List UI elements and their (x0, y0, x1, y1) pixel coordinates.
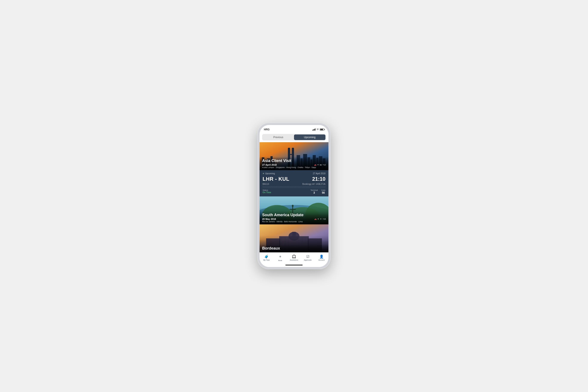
terminal-gate-col: Terminal 3 Gate 56 (310, 189, 325, 194)
flight-booking-ref: Bookingg ref: 143EJ7JA (302, 183, 325, 185)
signal-icon (312, 128, 316, 130)
plane2-icon-sa: ✈ (320, 218, 322, 220)
terminal-value: 3 (310, 191, 318, 194)
nav-account[interactable]: 👤 Account (315, 254, 328, 262)
trips-list: Asia Client Visit 27 April 2018 🚗 ✈ 🛏 +1… (260, 142, 328, 253)
bottom-nav: 🧳 My Trips + Book 🎧 Assistance ☑ Approva… (260, 253, 328, 263)
gate-item: Gate 56 (321, 189, 325, 194)
flight-route: LHR - KUL (263, 176, 289, 182)
previous-tab-label: Previous (273, 136, 283, 139)
home-bar (285, 265, 303, 266)
flight-detail-card[interactable]: ✈ Upcoming 27 April 2018 LHR - KUL 21:10… (260, 170, 328, 196)
phone-screen: HRG (260, 125, 328, 267)
nav-book[interactable]: + Book (273, 254, 287, 262)
nav-assistance[interactable]: 🎧 Assistance (287, 254, 301, 262)
plus-icon: + (279, 254, 282, 259)
flight-time: 21:10 (312, 176, 325, 182)
flight-info-row: BA113 Bookingg ref: 143EJ7JA (263, 183, 325, 185)
upcoming-tab[interactable]: Upcoming (294, 134, 325, 140)
nav-my-trips[interactable]: 🧳 My Trips (260, 254, 273, 262)
sa-trip-overlay: South America Update 20 May 2018 🚗 ✈ ✈ +… (260, 211, 328, 224)
gate-value: 56 (321, 191, 325, 194)
account-label: Account (319, 259, 325, 261)
car-icon-sa: 🚗 (314, 218, 317, 220)
status-label: Status (263, 189, 271, 191)
status-icons (312, 128, 324, 131)
extra-count-sa: +15 (323, 218, 326, 220)
terminal-item: Terminal 3 (310, 189, 318, 194)
assistance-label: Assistance (290, 259, 298, 261)
flight-header: ✈ Upcoming 27 April 2018 (263, 172, 325, 175)
bordeaux-trip-card[interactable]: Bordeaux (260, 224, 328, 252)
segment-wrapper: Previous Upcoming (262, 134, 326, 140)
flight-divider (263, 186, 325, 187)
plane-icon: ✈ (317, 164, 319, 166)
phone-device: HRG (257, 123, 331, 269)
status-value: On Time (263, 191, 271, 194)
sa-trip-image: South America Update 20 May 2018 🚗 ✈ ✈ +… (260, 196, 328, 224)
car-icon: 🚗 (314, 164, 316, 166)
battery-icon (320, 128, 324, 130)
sa-trip-meta: 20 May 2018 🚗 ✈ ✈ +15 (262, 218, 326, 220)
signal-bar-2 (313, 129, 314, 130)
segment-control: Previous Upcoming (260, 133, 328, 142)
flight-number: BA113 (263, 183, 269, 185)
hotel-icon: 🛏 (320, 164, 322, 166)
extra-count: +12 (323, 164, 326, 166)
wifi-icon (316, 128, 319, 131)
phone-notch (283, 125, 305, 130)
asia-trip-card[interactable]: Asia Client Visit 27 April 2018 🚗 ✈ 🛏 +1… (260, 142, 328, 170)
asia-trip-icons: 🚗 ✈ 🛏 +12 (314, 164, 326, 166)
nav-approvals[interactable]: ☑ Approvals (301, 254, 315, 262)
book-label: Book (278, 260, 282, 262)
terminal-label: Terminal (310, 189, 318, 191)
flight-status-col: Status On Time (263, 189, 271, 194)
flight-route-row: LHR - KUL 21:10 (263, 176, 325, 182)
flight-date: 27 April 2018 (313, 172, 325, 175)
flight-label: ✈ Upcoming (263, 172, 275, 175)
account-icon: 👤 (319, 254, 324, 258)
asia-trip-route: Kuala Lumpur · Singapore · Hong Kong · O… (262, 166, 326, 168)
asia-trip-title: Asia Client Visit (262, 158, 326, 163)
plane-icon-sa: ✈ (317, 218, 319, 220)
sa-trip-icons: 🚗 ✈ ✈ +15 (314, 218, 326, 220)
signal-bar-4 (315, 128, 316, 130)
sa-trip-card[interactable]: South America Update 20 May 2018 🚗 ✈ ✈ +… (260, 196, 328, 224)
my-trips-label: My Trips (263, 259, 270, 261)
approvals-label: Approvals (304, 259, 312, 261)
asia-trip-overlay: Asia Client Visit 27 April 2018 🚗 ✈ 🛏 +1… (260, 157, 328, 170)
asia-trip-meta: 27 April 2018 🚗 ✈ 🛏 +12 (262, 164, 326, 166)
sa-trip-date: 20 May 2018 (262, 218, 276, 220)
upcoming-tab-label: Upcoming (304, 136, 316, 139)
flight-status-row: Status On Time Terminal 3 Gate 56 (263, 188, 325, 194)
signal-bar-1 (312, 130, 313, 130)
sa-trip-title: South America Update (262, 213, 326, 217)
bdx-trip-title: Bordeaux (262, 246, 326, 251)
briefcase-icon: 🧳 (264, 254, 269, 258)
bdx-trip-overlay: Bordeaux (260, 244, 328, 252)
sa-trip-route: Rio De Janeiro · Mérida · Belo Horizonte… (262, 220, 326, 223)
home-indicator (260, 263, 328, 267)
headphones-icon: 🎧 (292, 254, 296, 258)
bdx-trip-image: Bordeaux (260, 224, 328, 252)
approvals-icon: ☑ (306, 254, 309, 258)
carrier-label: HRG (264, 128, 270, 131)
flight-status-label: Upcoming (265, 172, 275, 175)
signal-bar-3 (314, 129, 315, 130)
gate-label: Gate (321, 189, 325, 191)
asia-trip-date: 27 April 2018 (262, 164, 277, 166)
asia-trip-image: Asia Client Visit 27 April 2018 🚗 ✈ 🛏 +1… (260, 142, 328, 170)
previous-tab[interactable]: Previous (263, 134, 294, 140)
plane-small-icon: ✈ (263, 172, 264, 175)
